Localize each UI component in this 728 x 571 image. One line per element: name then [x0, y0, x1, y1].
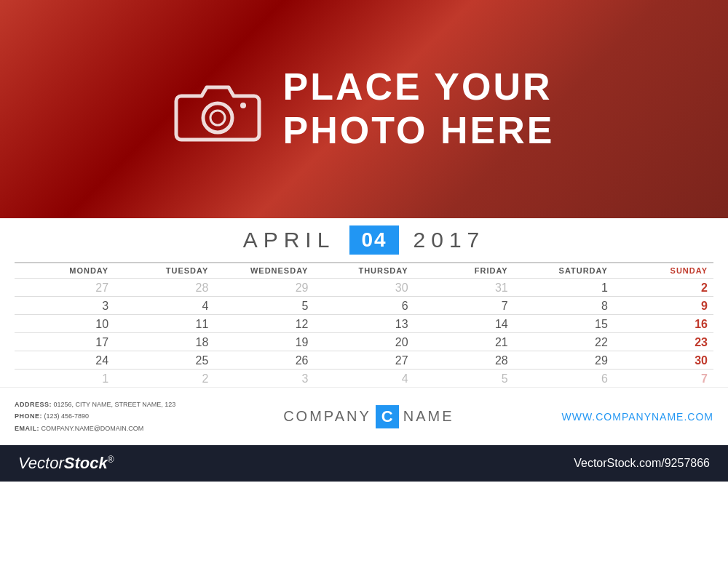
day-header-thu: THURSDAY — [314, 263, 414, 279]
svg-point-2 — [240, 103, 246, 108]
day-header-sat: SATURDAY — [514, 263, 614, 279]
calendar-day: 22 — [514, 333, 614, 351]
calendar-day: 5 — [214, 297, 314, 315]
calendar-day: 25 — [114, 351, 214, 370]
calendar-day: 8 — [514, 297, 614, 315]
calendar-day: 15 — [514, 315, 614, 333]
calendar-day: 24 — [15, 351, 114, 370]
calendar-day: 27 — [314, 351, 414, 370]
address-line: ADDRESS: 01256, CITY NAME, STREET NAME, … — [15, 399, 175, 410]
calendar-row: 17 18 19 20 21 22 23 — [15, 333, 713, 351]
calendar-day: 2 — [614, 279, 713, 297]
company-logo: COMPANY C NAME — [283, 405, 454, 428]
website: WWW.COMPANYNAME.COM — [561, 411, 713, 423]
day-header-sun: SUNDAY — [614, 263, 713, 279]
calendar-row: 1 2 3 4 5 6 7 — [15, 370, 713, 388]
calendar-day: 17 — [15, 333, 114, 351]
calendar-day: 29 — [514, 351, 614, 370]
day-header-wed: WEDNESDAY — [214, 263, 314, 279]
vectorstock-url: VectorStock.com/9257866 — [574, 457, 710, 470]
calendar-day: 7 — [414, 297, 514, 315]
calendar-day: 27 — [15, 279, 114, 297]
calendar-day: 3 — [15, 297, 114, 315]
photo-placeholder-text: PLACE YOUR PHOTO HERE — [283, 65, 555, 153]
email-line: EMAIL: COMPANY.NAME@DOMAIN.COM — [15, 423, 175, 434]
month-header: APRIL 04 2017 — [0, 218, 728, 262]
contact-info: ADDRESS: 01256, CITY NAME, STREET NAME, … — [15, 399, 175, 434]
address-value: 01256, CITY NAME, STREET NAME, 123 — [54, 401, 176, 408]
registered-symbol: ® — [108, 455, 114, 465]
calendar-day: 28 — [114, 279, 214, 297]
calendar-day: 30 — [614, 351, 713, 370]
phone-label: PHONE: — [15, 412, 42, 420]
calendar-day: 21 — [414, 333, 514, 351]
month-name: APRIL — [243, 228, 336, 252]
calendar-header-row: MONDAY TUESDAY WEDNESDAY THURSDAY FRIDAY… — [15, 263, 713, 279]
calendar-day: 19 — [214, 333, 314, 351]
svg-point-0 — [203, 103, 232, 132]
calendar-day: 7 — [614, 370, 713, 388]
phone-line: PHONE: (123) 456-7890 — [15, 410, 175, 422]
month-number: 04 — [349, 225, 398, 255]
calendar-day: 11 — [114, 315, 214, 333]
calendar-day: 20 — [314, 333, 414, 351]
svg-point-1 — [210, 111, 225, 125]
company-word2: NAME — [403, 408, 454, 425]
calendar-day: 6 — [314, 297, 414, 315]
company-word1: COMPANY — [283, 408, 371, 425]
calendar-day: 3 — [214, 370, 314, 388]
calendar-grid: MONDAY TUESDAY WEDNESDAY THURSDAY FRIDAY… — [15, 262, 713, 387]
photo-section: PLACE YOUR PHOTO HERE — [0, 0, 728, 218]
calendar-row: 27 28 29 30 31 1 2 — [15, 279, 713, 297]
calendar-day: 1 — [15, 370, 114, 388]
calendar-day: 16 — [614, 315, 713, 333]
calendar-day: 12 — [214, 315, 314, 333]
watermark-bar: VectorStock® VectorStock.com/9257866 — [0, 445, 728, 482]
calendar-day: 26 — [214, 351, 314, 370]
calendar-day: 23 — [614, 333, 713, 351]
footer: ADDRESS: 01256, CITY NAME, STREET NAME, … — [0, 387, 728, 445]
company-letter-badge: C — [376, 405, 399, 428]
day-header-tue: TUESDAY — [114, 263, 214, 279]
calendar-day: 18 — [114, 333, 214, 351]
year: 2017 — [414, 228, 486, 252]
calendar-day: 5 — [414, 370, 514, 388]
calendar-day: 29 — [214, 279, 314, 297]
day-header-fri: FRIDAY — [414, 263, 514, 279]
email-label: EMAIL: — [15, 425, 39, 432]
calendar-day: 2 — [114, 370, 214, 388]
calendar-day: 6 — [514, 370, 614, 388]
email-value: COMPANY.NAME@DOMAIN.COM — [41, 425, 144, 432]
calendar-row: 3 4 5 6 7 8 9 — [15, 297, 713, 315]
calendar-row: 24 25 26 27 28 29 30 — [15, 351, 713, 370]
calendar-day: 9 — [614, 297, 713, 315]
calendar-day: 4 — [114, 297, 214, 315]
stock-text: Stock — [64, 454, 108, 472]
calendar-row: 10 11 12 13 14 15 16 — [15, 315, 713, 333]
phone-value: (123) 456-7890 — [44, 412, 90, 420]
address-label: ADDRESS: — [15, 401, 52, 408]
calendar-day: 30 — [314, 279, 414, 297]
calendar-day: 28 — [414, 351, 514, 370]
vector-text: Vector — [18, 454, 64, 472]
calendar-section: MONDAY TUESDAY WEDNESDAY THURSDAY FRIDAY… — [0, 262, 728, 387]
calendar-day: 14 — [414, 315, 514, 333]
calendar-day: 13 — [314, 315, 414, 333]
calendar-day: 4 — [314, 370, 414, 388]
calendar-day: 10 — [15, 315, 114, 333]
calendar-day: 1 — [514, 279, 614, 297]
calendar-day: 31 — [414, 279, 514, 297]
camera-icon — [174, 73, 261, 145]
day-header-mon: MONDAY — [15, 263, 114, 279]
vectorstock-logo: VectorStock® — [18, 454, 114, 473]
